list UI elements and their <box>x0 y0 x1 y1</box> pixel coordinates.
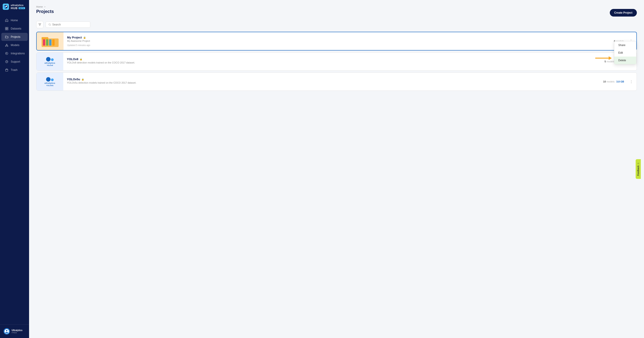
dropdown-delete[interactable]: Delete <box>614 56 636 64</box>
models-icon <box>5 43 8 47</box>
main-content: Home > Projects Create Project <box>29 0 644 338</box>
breadcrumb: Home > <box>36 5 637 8</box>
svg-point-2 <box>6 6 7 7</box>
dropdown-menu-my-project: Share Edit Delete <box>614 41 636 64</box>
svg-rect-29 <box>49 39 52 46</box>
svg-line-10 <box>6 45 7 46</box>
svg-point-19 <box>5 332 8 333</box>
svg-point-9 <box>7 46 8 46</box>
logo-text: ultralytics HUB BETA <box>11 4 25 10</box>
projects-list: My Project 🔒 My Awesome Project Updated … <box>36 32 637 92</box>
filter-icon <box>38 23 41 26</box>
project-thumbnail-yolov8: ultralytics YOLOv8 <box>36 52 63 70</box>
toolbar <box>36 21 637 28</box>
lock-icon-my-project: 🔒 <box>83 36 86 39</box>
sidebar-item-label-support: Support <box>11 60 20 63</box>
logo-circle-big <box>46 57 50 62</box>
project-info-my-project: My Project 🔒 My Awesome Project Updated … <box>64 33 610 50</box>
svg-rect-6 <box>7 29 8 30</box>
trash-icon <box>5 68 8 72</box>
breadcrumb-home[interactable]: Home <box>36 5 43 8</box>
svg-point-8 <box>5 46 6 46</box>
logo-circle-big-v5 <box>46 77 50 82</box>
lock-icon-yolov8: 🔒 <box>80 58 82 60</box>
project-size-yolov5u: 3.8 GB <box>616 80 624 83</box>
sidebar-item-label-projects: Projects <box>11 35 20 38</box>
home-icon <box>5 18 8 22</box>
projects-icon <box>5 35 8 39</box>
svg-point-23 <box>49 24 50 25</box>
project-name-my-project: My Project <box>67 36 82 39</box>
svg-line-11 <box>7 45 8 46</box>
user-info: Ultralytics FREE <box>12 329 22 334</box>
logo-circle-small-v5 <box>51 78 54 81</box>
project-card-my-project[interactable]: My Project 🔒 My Awesome Project Updated … <box>36 32 637 50</box>
project-models-count-yolov8: 5 models <box>604 60 614 63</box>
project-desc-my-project: My Awesome Project <box>67 40 607 42</box>
logo-icon <box>3 4 9 10</box>
folder-illustration <box>41 34 59 48</box>
feedback-button[interactable]: Feedback ☺ <box>636 159 641 179</box>
svg-rect-26 <box>42 37 48 39</box>
sidebar-item-home[interactable]: Home <box>1 16 28 24</box>
avatar-inner <box>4 329 9 334</box>
svg-point-7 <box>6 44 7 45</box>
beta-badge: BETA <box>18 7 25 9</box>
sidebar-item-models[interactable]: Models <box>1 41 28 49</box>
support-icon <box>5 60 8 64</box>
project-desc-yolov8: YOLOv8 detection models trained on the C… <box>67 61 597 64</box>
project-thumbnail-yolov5u: ultralytics YOLOv5u <box>36 73 63 90</box>
project-name-yolov5u: YOLOv5u <box>67 78 80 81</box>
svg-point-13 <box>6 53 7 54</box>
svg-rect-3 <box>5 27 6 28</box>
dropdown-edit[interactable]: Edit <box>614 49 636 56</box>
logo-ultralytics-text-v5: ultralytics <box>44 82 55 84</box>
project-card-yolov5u[interactable]: ultralytics YOLOv5u YOLOv5u 🔒 YOLOv5u de… <box>36 72 637 91</box>
project-card-yolov8[interactable]: ultralytics YOLOv8 YOLOv8 🔒 YOLOv8 detec… <box>36 52 637 71</box>
feedback-icon: ☺ <box>637 162 639 164</box>
sidebar-item-integrations[interactable]: Integrations <box>1 50 28 58</box>
feedback-label: Feedback <box>637 166 639 176</box>
search-icon <box>48 23 51 26</box>
svg-point-18 <box>6 330 8 331</box>
ultralytics-logo-yolov8: ultralytics YOLOv8 <box>44 57 55 66</box>
project-info-yolov5u: YOLOv5u 🔒 YOLOv5u detection models train… <box>63 74 600 89</box>
integrations-icon <box>5 52 8 55</box>
project-models-count-yolov5u: 10 models <box>603 80 614 83</box>
svg-rect-16 <box>6 69 8 71</box>
sidebar-item-label-trash: Trash <box>11 68 18 72</box>
project-desc-yolov5u: YOLOv5u detection models trained on the … <box>67 81 596 84</box>
filter-button[interactable] <box>36 21 44 28</box>
breadcrumb-separator: > <box>44 5 46 8</box>
sidebar-item-trash[interactable]: Trash <box>1 66 28 74</box>
avatar <box>4 328 10 334</box>
datasets-icon <box>5 27 8 30</box>
lock-icon-yolov5u: 🔒 <box>82 78 84 80</box>
project-name-yolov8: YOLOv8 <box>67 58 78 61</box>
logo-hub: HUB BETA <box>11 6 25 10</box>
ultralytics-logo-yolov5u: ultralytics YOLOv5u <box>44 77 55 86</box>
dropdown-share[interactable]: Share <box>614 41 636 49</box>
page-title: Projects <box>36 9 54 14</box>
user-name: Ultralytics <box>12 329 22 332</box>
logo-yolov8-text: YOLOv8 <box>47 64 53 66</box>
logo-title: ultralytics <box>11 4 25 6</box>
search-box <box>46 22 90 28</box>
create-project-button[interactable]: Create Project <box>610 9 637 16</box>
sidebar-item-label-home: Home <box>11 19 18 22</box>
sidebar-item-label-datasets: Datasets <box>11 27 21 30</box>
svg-line-24 <box>50 25 51 26</box>
sidebar-item-label-models: Models <box>11 44 20 47</box>
svg-rect-5 <box>5 29 6 30</box>
logo-ultralytics-text: ultralytics <box>44 62 55 64</box>
more-options-button-yolov5u[interactable]: ⋮ <box>628 78 635 86</box>
sidebar: ultralytics HUB BETA Home Datasets <box>0 0 29 338</box>
project-thumbnail-my-project <box>37 32 64 50</box>
sidebar-item-datasets[interactable]: Datasets <box>1 24 28 33</box>
sidebar-item-support[interactable]: Support <box>1 58 28 66</box>
search-input[interactable] <box>52 23 88 26</box>
logo-circle-small <box>51 58 54 61</box>
sidebar-item-projects[interactable]: Projects <box>1 33 28 41</box>
svg-rect-4 <box>7 27 8 28</box>
svg-rect-30 <box>52 39 54 46</box>
